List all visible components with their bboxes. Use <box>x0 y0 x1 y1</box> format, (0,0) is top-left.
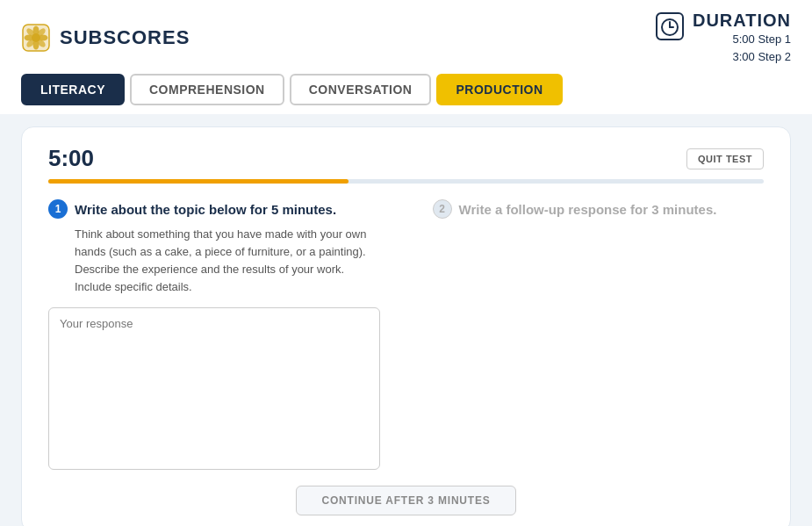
duration-step2: 3:00 Step 2 <box>693 48 791 66</box>
tab-literacy[interactable]: LITERACY <box>21 74 125 105</box>
tab-comprehension[interactable]: COMPREHENSION <box>130 74 284 105</box>
svg-point-9 <box>32 33 40 42</box>
main-area: 5:00 QUIT TEST 1 Write about the topic b… <box>0 114 812 526</box>
duration-text: DURATION 5:00 Step 1 3:00 Step 2 <box>693 11 791 65</box>
header: SUBSCORES DURATION 5:00 Step 1 3:00 Step… <box>0 0 812 65</box>
duration-step1: 5:00 Step 1 <box>693 31 791 48</box>
continue-row: CONTINUE AFTER 3 MINUTES <box>48 486 764 515</box>
tab-production[interactable]: PRODUCTION <box>436 74 562 105</box>
step2-title: Write a follow-up response for 3 minutes… <box>459 202 717 217</box>
quit-button[interactable]: QUIT TEST <box>686 148 764 169</box>
step1-description: Think about something that you have made… <box>75 226 380 297</box>
tab-conversation[interactable]: CONVERSATION <box>290 74 432 105</box>
duration-icon <box>656 12 684 40</box>
continue-button[interactable]: CONTINUE AFTER 3 MINUTES <box>296 486 515 515</box>
duration-label: DURATION <box>693 11 791 31</box>
progress-bar-fill <box>48 179 349 184</box>
steps-row: 1 Write about the topic below for 5 minu… <box>48 199 764 473</box>
logo-icon <box>21 23 51 53</box>
step1-col: 1 Write about the topic below for 5 minu… <box>48 199 380 473</box>
brand-title: SUBSCORES <box>60 26 190 49</box>
step1-header: 1 Write about the topic below for 5 minu… <box>48 199 380 219</box>
step2-col: 2 Write a follow-up response for 3 minut… <box>433 199 765 473</box>
progress-bar-track <box>48 179 764 184</box>
nav-tabs: LITERACY COMPREHENSION CONVERSATION PROD… <box>0 65 812 114</box>
timer-display: 5:00 <box>48 145 94 172</box>
logo-area: SUBSCORES <box>21 23 190 53</box>
response-textarea[interactable] <box>48 307 380 470</box>
step1-number: 1 <box>48 199 68 219</box>
step1-title: Write about the topic below for 5 minute… <box>75 202 336 217</box>
step2-header: 2 Write a follow-up response for 3 minut… <box>433 199 765 219</box>
duration-area: DURATION 5:00 Step 1 3:00 Step 2 <box>656 11 791 65</box>
timer-row: 5:00 QUIT TEST <box>48 145 764 172</box>
step2-number: 2 <box>433 199 452 219</box>
content-card: 5:00 QUIT TEST 1 Write about the topic b… <box>21 126 791 526</box>
